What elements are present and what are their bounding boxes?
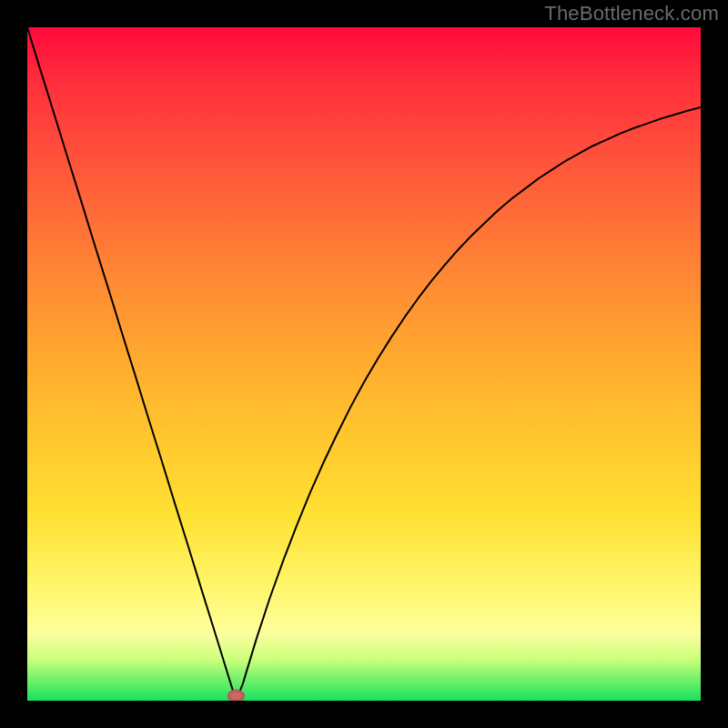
chart-frame: TheBottleneck.com — [0, 0, 728, 728]
plot-area — [27, 27, 701, 701]
curve-svg — [27, 27, 701, 701]
watermark-text: TheBottleneck.com — [544, 2, 719, 25]
minimum-marker — [228, 691, 243, 701]
bottleneck-curve — [27, 27, 701, 701]
